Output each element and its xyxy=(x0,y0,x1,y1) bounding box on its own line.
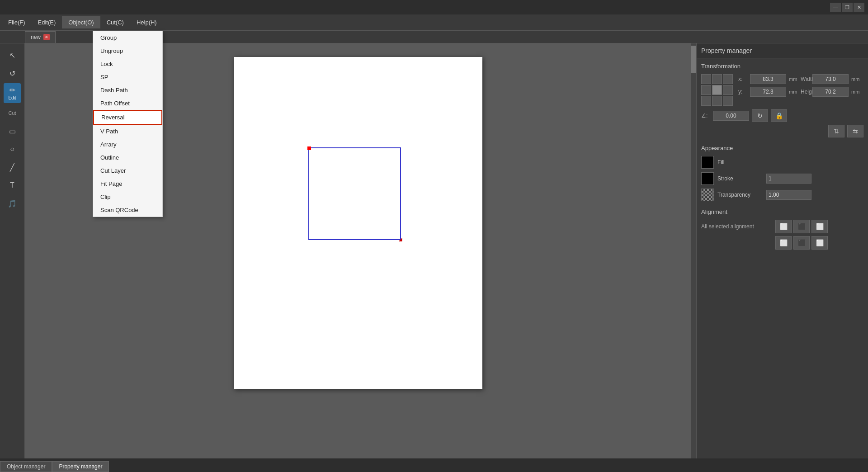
menu-item-group[interactable]: Group xyxy=(93,31,162,44)
tool-select[interactable]: ↖ xyxy=(3,47,21,63)
canvas-page xyxy=(234,57,482,389)
width-unit: mm xyxy=(851,76,860,82)
menu-item-outline[interactable]: Outline xyxy=(93,151,162,164)
menu-object[interactable]: Object(O) xyxy=(62,16,100,28)
fill-swatch[interactable] xyxy=(701,156,714,169)
menu-item-scan-qrcode[interactable]: Scan QRCode xyxy=(93,203,162,217)
handle-bottom-right xyxy=(399,238,402,241)
align-row-2: ⬜ ⬛ ⬜ xyxy=(701,236,863,250)
menu-bar: File(F) Edit(E) Object(O) Cut(C) Help(H) xyxy=(0,14,868,31)
align-mid-left[interactable]: ⬜ xyxy=(775,236,792,250)
height-input[interactable] xyxy=(812,87,849,97)
transform-grid-mc[interactable] xyxy=(712,85,722,95)
align-label: All selected alignment xyxy=(701,223,774,230)
stroke-input[interactable] xyxy=(766,174,811,184)
tool-line[interactable]: ╱ xyxy=(3,159,21,175)
property-manager-title: Property manager xyxy=(697,43,868,58)
tool-node[interactable]: ↺ xyxy=(3,65,21,81)
right-panel: Property manager Transformation xyxy=(696,43,868,472)
y-label: y: xyxy=(738,89,747,95)
transform-grid-br[interactable] xyxy=(723,96,733,106)
width-input[interactable] xyxy=(812,74,849,84)
stroke-label: Stroke xyxy=(717,175,763,182)
transparency-label: Transparency xyxy=(717,192,763,198)
appearance-section: Appearance Fill Stroke Transparency xyxy=(701,145,863,201)
transform-grid-bc[interactable] xyxy=(712,96,722,106)
menu-cut[interactable]: Cut(C) xyxy=(100,16,130,28)
menu-item-reversal[interactable]: Reversal xyxy=(93,110,162,125)
tool-ellipse[interactable]: ○ xyxy=(3,141,21,157)
menu-item-v-path[interactable]: V Path xyxy=(93,125,162,138)
height-label: Height xyxy=(801,89,810,95)
tool-rectangle[interactable]: ▭ xyxy=(3,123,21,139)
tab-close-icon[interactable]: ✕ xyxy=(43,34,50,40)
appearance-title: Appearance xyxy=(701,145,863,151)
x-label: x: xyxy=(738,76,747,82)
menu-help[interactable]: Help(H) xyxy=(130,16,163,28)
flip-v-btn[interactable]: ⇅ xyxy=(828,125,844,137)
transform-grid-ml[interactable] xyxy=(701,85,711,95)
transformation-title: Transformation xyxy=(701,63,863,70)
menu-item-path-offset[interactable]: Path Offset xyxy=(93,97,162,110)
minimize-button[interactable]: — xyxy=(830,3,841,12)
title-bar: — ❐ ✕ xyxy=(0,0,868,14)
fill-label: Fill xyxy=(717,159,763,165)
align-top-left[interactable]: ⬜ xyxy=(775,220,792,233)
tool-text[interactable]: T xyxy=(3,177,21,194)
transparency-input[interactable] xyxy=(766,190,811,200)
height-unit: mm xyxy=(851,89,860,94)
align-mid-right[interactable]: ⬜ xyxy=(811,236,828,250)
x-input[interactable] xyxy=(750,74,786,84)
transform-grid-tl[interactable] xyxy=(701,74,711,84)
transform-grid-tr[interactable] xyxy=(723,74,733,84)
lock-btn[interactable]: 🔒 xyxy=(771,109,787,122)
y-unit: mm xyxy=(789,89,798,94)
y-input[interactable] xyxy=(750,87,786,97)
alignment-title: Alignment xyxy=(701,208,863,215)
rotate-btn[interactable]: ↻ xyxy=(752,109,768,122)
align-mid-center[interactable]: ⬛ xyxy=(793,236,810,250)
angle-label: ∠: xyxy=(701,113,710,119)
align-top-center[interactable]: ⬛ xyxy=(793,220,810,233)
transparency-row: Transparency xyxy=(701,189,863,201)
menu-item-lock[interactable]: Lock xyxy=(93,57,162,71)
stroke-swatch[interactable] xyxy=(701,172,714,185)
maximize-button[interactable]: ❐ xyxy=(842,3,853,12)
menu-item-sp[interactable]: SP xyxy=(93,71,162,84)
scrollbar-thumb[interactable] xyxy=(691,46,696,73)
object-dropdown-menu: Group Ungroup Lock SP Dash Path Path Off… xyxy=(93,31,163,217)
transform-grid-bl[interactable] xyxy=(701,96,711,106)
menu-edit[interactable]: Edit(E) xyxy=(32,16,62,28)
align-top-right[interactable]: ⬜ xyxy=(811,220,828,233)
tab-new[interactable]: new ✕ xyxy=(25,31,56,43)
angle-input[interactable] xyxy=(713,111,749,121)
tool-edit[interactable]: ✏ Edit xyxy=(4,83,21,103)
fill-row: Fill xyxy=(701,156,863,169)
handle-top-left xyxy=(307,146,311,150)
menu-item-arrary[interactable]: Arrary xyxy=(93,138,162,151)
tool-special[interactable]: 🎵 xyxy=(3,195,21,212)
transparency-swatch[interactable] xyxy=(701,189,714,201)
tool-cut[interactable]: Cut xyxy=(3,105,21,121)
transform-grid-mr[interactable] xyxy=(723,85,733,95)
alignment-section: Alignment All selected alignment ⬜ ⬛ ⬜ ⬜… xyxy=(701,208,863,250)
close-button[interactable]: ✕ xyxy=(854,3,864,12)
menu-item-dash-path[interactable]: Dash Path xyxy=(93,84,162,97)
transform-grid-tc[interactable] xyxy=(712,74,722,84)
menu-item-clip[interactable]: Clip xyxy=(93,190,162,203)
x-unit: mm xyxy=(789,76,798,82)
width-label: Width xyxy=(801,76,810,82)
stroke-row: Stroke xyxy=(701,172,863,185)
menu-item-ungroup[interactable]: Ungroup xyxy=(93,44,162,57)
menu-item-fit-page[interactable]: Fit Page xyxy=(93,177,162,190)
menu-item-cut-layer[interactable]: Cut Layer xyxy=(93,164,162,177)
flip-h-btn[interactable]: ⇆ xyxy=(847,125,863,137)
menu-file[interactable]: File(F) xyxy=(2,16,32,28)
shape-object[interactable] xyxy=(308,147,401,240)
align-row-1: All selected alignment ⬜ ⬛ ⬜ xyxy=(701,220,863,233)
transformation-section: Transformation x: xyxy=(701,63,863,137)
vertical-scrollbar[interactable] xyxy=(691,43,696,472)
left-toolbar: ↖ ↺ ✏ Edit Cut ▭ ○ ╱ T 🎵 xyxy=(0,43,25,472)
